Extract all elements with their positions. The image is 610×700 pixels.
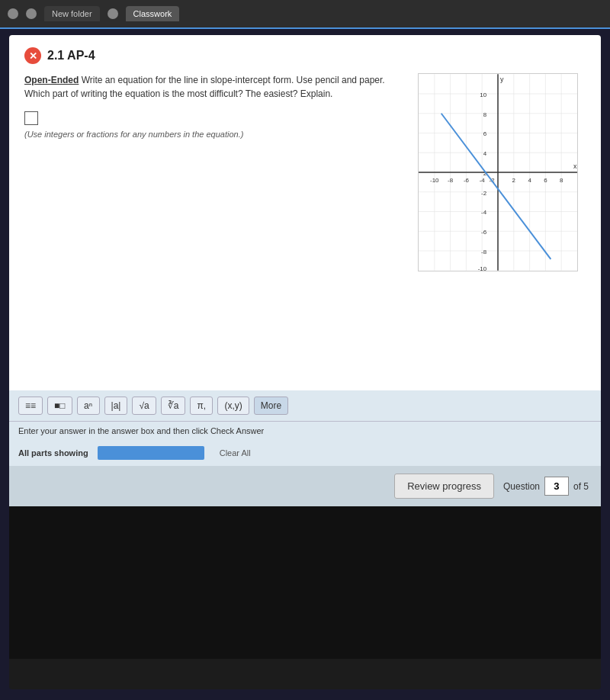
answer-hint: (Use integers or fractions for any numbe…	[24, 130, 406, 139]
question-title: 2.1 AP-4	[47, 49, 95, 63]
of-label: of 5	[573, 481, 589, 492]
more-btn[interactable]: More	[254, 397, 288, 415]
question-nav: Question 3 of 5	[503, 477, 589, 496]
graph-canvas: x y 10 8 6 4 2 -2 -4 -6 -8 -10	[418, 73, 578, 271]
svg-text:6: 6	[544, 177, 547, 184]
svg-text:-2: -2	[481, 190, 486, 197]
page-wrapper: ✕ 2.1 AP-4 Open-Ended Write an equation …	[9, 35, 601, 689]
browser-icon-2	[26, 8, 37, 19]
all-parts-bar: All parts showing Clear All	[9, 440, 601, 466]
tab-new-folder-label: New folder	[52, 9, 92, 18]
sqrt-btn[interactable]: √a	[132, 397, 156, 415]
question-container: ✕ 2.1 AP-4 Open-Ended Write an equation …	[9, 35, 601, 390]
svg-line-41	[441, 114, 551, 259]
abs-btn[interactable]: |a|	[104, 397, 128, 415]
question-prompt: Write an equation for the line in slope-…	[24, 75, 385, 99]
svg-text:6: 6	[483, 130, 487, 137]
close-icon[interactable]: ✕	[24, 47, 41, 64]
tab-new-folder[interactable]: New folder	[44, 6, 100, 21]
progress-bar	[98, 446, 204, 460]
dark-fill	[9, 506, 601, 659]
svg-text:4: 4	[483, 150, 487, 157]
svg-text:-8: -8	[448, 177, 454, 184]
svg-text:2: 2	[512, 177, 515, 184]
open-ended-label: Open-Ended	[24, 75, 79, 85]
svg-text:8: 8	[483, 111, 487, 118]
all-parts-label: All parts showing	[18, 448, 88, 458]
instruction-text: Enter your answer in the answer box and …	[18, 426, 264, 435]
exponent-btn[interactable]: aⁿ	[77, 397, 100, 415]
math-toolbar: ≡≡ ■□ aⁿ |a| √a ∛a π, (x,y) More	[9, 390, 601, 421]
question-left: Open-Ended Write an equation for the lin…	[24, 73, 406, 271]
clear-all-button[interactable]: Clear All	[220, 448, 251, 458]
bottom-nav: Review progress Question 3 of 5	[9, 466, 601, 506]
svg-text:-6: -6	[481, 229, 487, 236]
svg-text:-4: -4	[481, 209, 487, 216]
svg-text:y: y	[500, 75, 504, 83]
svg-text:-10: -10	[430, 177, 439, 184]
svg-text:10: 10	[480, 92, 486, 98]
question-header: ✕ 2.1 AP-4	[24, 47, 586, 64]
fraction-btn[interactable]: ≡≡	[18, 397, 43, 415]
answer-checkbox[interactable]	[24, 111, 38, 125]
spacer-content	[24, 271, 586, 378]
question-text: Open-Ended Write an equation for the lin…	[24, 73, 406, 101]
browser-bar: New folder Classwork	[0, 0, 610, 29]
pi-btn[interactable]: π,	[190, 397, 213, 415]
instruction-bar: Enter your answer in the answer box and …	[9, 421, 601, 440]
browser-icon-3	[108, 8, 118, 19]
question-number-box[interactable]: 3	[544, 477, 569, 496]
review-progress-button[interactable]: Review progress	[394, 474, 494, 499]
svg-text:8: 8	[560, 177, 563, 184]
graph-svg: x y 10 8 6 4 2 -2 -4 -6 -8 -10	[419, 74, 577, 271]
graph-container: x y 10 8 6 4 2 -2 -4 -6 -8 -10	[418, 73, 586, 271]
svg-text:-6: -6	[464, 177, 470, 184]
tab-classwork[interactable]: Classwork	[126, 6, 180, 21]
cbrt-btn[interactable]: ∛a	[161, 397, 186, 415]
tab-classwork-label: Classwork	[133, 9, 172, 18]
coord-btn[interactable]: (x,y)	[217, 397, 249, 415]
question-label: Question	[503, 481, 540, 492]
mixed-num-btn[interactable]: ■□	[47, 397, 72, 415]
svg-text:4: 4	[528, 177, 531, 184]
svg-text:-4: -4	[480, 177, 486, 184]
question-content: Open-Ended Write an equation for the lin…	[24, 73, 586, 271]
svg-text:-8: -8	[481, 249, 487, 255]
browser-icon-1	[8, 8, 18, 19]
svg-text:x: x	[573, 162, 577, 170]
svg-text:-10: -10	[478, 265, 487, 271]
